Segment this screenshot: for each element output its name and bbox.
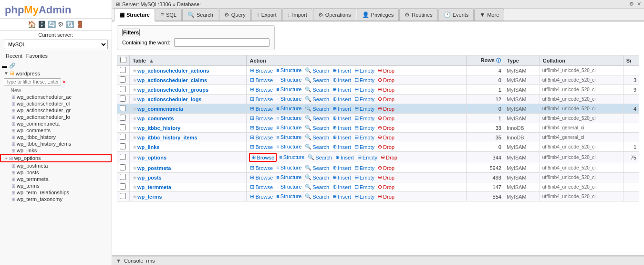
favorites-button[interactable]: Favorites: [24, 53, 50, 59]
drop-btn[interactable]: ⊖Drop: [377, 174, 395, 180]
drop-btn[interactable]: ⊖Drop: [377, 184, 395, 190]
search-btn[interactable]: 🔍Search: [304, 125, 330, 131]
structure-btn[interactable]: ≡Structure: [275, 134, 302, 140]
table-name-link[interactable]: wp_options: [137, 155, 166, 160]
browse-btn[interactable]: ⊞Browse: [249, 67, 274, 74]
star-icon[interactable]: ★: [132, 144, 137, 150]
tab-more[interactable]: ▼ More: [474, 9, 504, 21]
sidebar-item-wp_term_taxonomy[interactable]: ⊞ wp_term_taxonomy: [0, 196, 112, 202]
tab-search[interactable]: 🔍 Search: [182, 9, 218, 21]
star-icon[interactable]: ★: [132, 165, 137, 171]
db-icon[interactable]: 🗄️: [38, 21, 46, 28]
empty-btn[interactable]: ⊟Empty: [353, 106, 375, 112]
row-checkbox[interactable]: [120, 174, 126, 180]
star-icon[interactable]: ★: [132, 106, 137, 112]
sidebar-item-wp_posts[interactable]: ⊞ wp_posts: [0, 169, 112, 176]
structure-btn[interactable]: ≡Structure: [275, 184, 302, 190]
empty-btn[interactable]: ⊟Empty: [353, 184, 375, 190]
star-icon[interactable]: ★: [132, 77, 137, 84]
insert-btn[interactable]: ⊕Insert: [332, 174, 352, 180]
search-btn[interactable]: 🔍Search: [304, 86, 330, 93]
filters-button[interactable]: Filters: [122, 29, 140, 36]
row-checkbox[interactable]: [120, 115, 126, 121]
table-name-link[interactable]: wp_commentmeta: [137, 106, 183, 112]
filter-word-input[interactable]: [174, 38, 270, 47]
table-name-link[interactable]: wp_terms: [137, 194, 162, 200]
insert-btn[interactable]: ⊕Insert: [332, 86, 352, 93]
star-icon[interactable]: ★: [132, 154, 137, 161]
empty-btn[interactable]: ⊟Empty: [353, 134, 375, 140]
browse-btn[interactable]: ⊞Browse: [249, 193, 274, 200]
table-name-link[interactable]: wp_actionscheduler_claims: [137, 77, 207, 83]
star-icon[interactable]: ★: [132, 125, 137, 131]
close-icon[interactable]: ✕: [637, 1, 641, 7]
table-name-link[interactable]: wp_posts: [137, 175, 162, 180]
link-icon[interactable]: 🔗: [9, 63, 16, 69]
table-name-link[interactable]: wp_termmeta: [137, 184, 171, 190]
drop-btn[interactable]: ⊖Drop: [377, 193, 395, 200]
insert-btn[interactable]: ⊕Insert: [332, 96, 352, 102]
empty-btn[interactable]: ⊟Empty: [353, 67, 375, 74]
star-icon[interactable]: ★: [132, 193, 137, 200]
settings-icon[interactable]: ⚙: [629, 1, 634, 7]
search-btn[interactable]: 🔍Search: [307, 154, 333, 160]
filter-input[interactable]: [4, 78, 61, 85]
browse-btn[interactable]: ⊞Browse: [249, 86, 274, 93]
search-btn[interactable]: 🔍Search: [304, 77, 330, 83]
recent-button[interactable]: Recent: [4, 53, 24, 59]
browse-btn[interactable]: ⊞Browse: [249, 174, 274, 180]
sidebar-item-wp_actionscheduler_claims[interactable]: ⊞ wp_actionscheduler_cl: [0, 100, 112, 107]
structure-btn[interactable]: ≡Structure: [275, 67, 302, 73]
tab-import[interactable]: ↓ Import: [282, 9, 312, 21]
table-name-link[interactable]: wp_actionscheduler_logs: [137, 96, 201, 102]
structure-btn[interactable]: ≡Structure: [275, 174, 302, 180]
drop-btn[interactable]: ⊖Drop: [377, 125, 395, 131]
header-table[interactable]: Table ▲: [130, 55, 247, 66]
browse-btn[interactable]: ⊞Browse: [249, 115, 274, 121]
sidebar-item-wp_links[interactable]: ⊞ wp_links: [0, 147, 112, 154]
sidebar-item-wp_postmeta[interactable]: ⊞ wp_postmeta: [0, 162, 112, 169]
sidebar-item-wp_actionscheduler_groups[interactable]: ⊞ wp_actionscheduler_gr: [0, 107, 112, 114]
browse-btn[interactable]: ⊞Browse: [249, 153, 277, 162]
search-btn[interactable]: 🔍Search: [304, 193, 330, 200]
sidebar-item-wp_itbbc_history_items[interactable]: ⊞ wp_itbbc_history_items: [0, 140, 112, 147]
table-name-link[interactable]: wp_comments: [137, 116, 174, 121]
sidebar-item-wp_termmeta[interactable]: ⊞ wp_termmeta: [0, 176, 112, 182]
insert-btn[interactable]: ⊕Insert: [334, 154, 355, 160]
row-checkbox[interactable]: [120, 86, 126, 92]
drop-btn[interactable]: ⊖Drop: [377, 115, 395, 121]
empty-btn[interactable]: ⊟Empty: [353, 174, 375, 180]
empty-btn[interactable]: ⊟Empty: [353, 125, 375, 131]
star-icon[interactable]: ★: [132, 96, 137, 103]
insert-btn[interactable]: ⊕Insert: [332, 77, 352, 83]
structure-btn[interactable]: ≡Structure: [275, 144, 302, 149]
structure-btn[interactable]: ≡Structure: [275, 193, 302, 199]
drop-btn[interactable]: ⊖Drop: [377, 106, 395, 112]
sidebar-item-wp_terms[interactable]: ⊞ wp_terms: [0, 182, 112, 189]
drop-btn[interactable]: ⊖Drop: [377, 77, 395, 83]
drop-btn[interactable]: ⊖Drop: [380, 154, 398, 160]
insert-btn[interactable]: ⊕Insert: [332, 165, 352, 171]
refresh-icon[interactable]: 🔄: [48, 21, 56, 28]
browse-btn[interactable]: ⊞Browse: [249, 165, 274, 171]
sidebar-item-wp_term_relationships[interactable]: ⊞ wp_term_relationships: [0, 189, 112, 196]
search-btn[interactable]: 🔍Search: [304, 96, 330, 102]
row-checkbox[interactable]: [120, 124, 126, 130]
sidebar-item-wp_actionscheduler_logs[interactable]: ⊞ wp_actionscheduler_lo: [0, 114, 112, 120]
drop-btn[interactable]: ⊖Drop: [377, 144, 395, 150]
structure-btn[interactable]: ≡Structure: [275, 125, 302, 130]
search-btn[interactable]: 🔍Search: [304, 106, 330, 112]
table-name-link[interactable]: wp_actionscheduler_actions: [137, 68, 209, 74]
table-name-link[interactable]: wp_itbbc_history: [137, 125, 180, 131]
row-checkbox[interactable]: [120, 143, 126, 149]
sidebar-new-item[interactable]: New: [0, 87, 112, 94]
table-name-link[interactable]: wp_itbbc_history_items: [137, 135, 197, 140]
drop-btn[interactable]: ⊖Drop: [377, 134, 395, 140]
exit-icon[interactable]: 🚪: [76, 21, 84, 28]
structure-btn[interactable]: ≡Structure: [275, 86, 302, 92]
sidebar-item-wp_itbbc_history[interactable]: ⊞ wp_itbbc_history: [0, 134, 112, 140]
sidebar-item-wp_options[interactable]: + ⊞ wp_options: [0, 154, 112, 162]
row-checkbox[interactable]: [120, 134, 126, 140]
insert-btn[interactable]: ⊕Insert: [332, 193, 352, 200]
browse-btn[interactable]: ⊞Browse: [249, 184, 274, 190]
